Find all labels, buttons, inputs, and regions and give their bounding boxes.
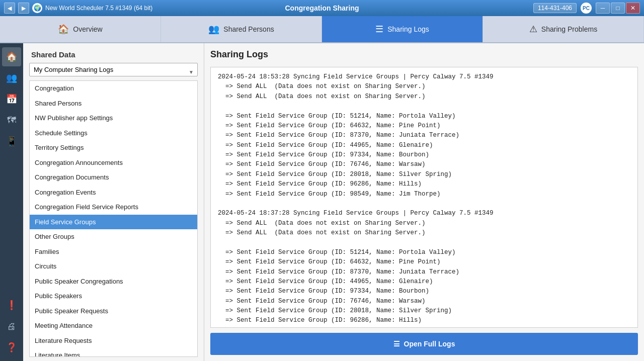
shared-data-list: CongregationShared PersonsNW Publisher a… xyxy=(29,80,198,357)
list-item[interactable]: Public Speakers xyxy=(30,289,197,304)
list-item[interactable]: Families xyxy=(30,244,197,259)
title-bar: ◀ ▶ New World Scheduler 7.5 #1349 (64 bi… xyxy=(0,0,644,16)
sharing-logs-title: Sharing Logs xyxy=(210,49,638,60)
title-bar-left: ◀ ▶ New World Scheduler 7.5 #1349 (64 bi… xyxy=(4,3,161,14)
list-item[interactable]: Field Service Groups xyxy=(30,215,197,230)
open-full-logs-button[interactable]: ☰ Open Full Logs xyxy=(210,333,638,355)
shared-data-title: Shared Data xyxy=(23,43,204,63)
sharing-problems-icon: ⚠ xyxy=(529,24,537,35)
list-item[interactable]: Circuits xyxy=(30,259,197,274)
list-item[interactable]: Meeting Attendance xyxy=(30,318,197,333)
window-controls: ─ □ ✕ xyxy=(596,3,640,14)
app-icon xyxy=(32,3,42,13)
left-panel: Shared Data My Computer Sharing Logs Oth… xyxy=(23,43,204,361)
list-item[interactable]: Schedule Settings xyxy=(30,126,197,141)
tab-sharing-logs-label: Sharing Logs xyxy=(387,25,429,33)
open-full-logs-icon: ☰ xyxy=(393,340,400,348)
tab-shared-persons-label: Shared Persons xyxy=(223,25,274,33)
sidebar-item-alert[interactable]: ❗ xyxy=(2,296,21,315)
sharing-logs-icon: ☰ xyxy=(375,24,383,35)
sharing-logs-dropdown[interactable]: My Computer Sharing Logs Other Computer … xyxy=(29,63,198,76)
back-button[interactable]: ◀ xyxy=(4,3,15,14)
title-bar-right: 114-431-406 PC ─ □ ✕ xyxy=(483,3,640,14)
list-item[interactable]: Shared Persons xyxy=(30,96,197,111)
list-item[interactable]: Public Speaker Congregations xyxy=(30,274,197,289)
overview-icon: 🏠 xyxy=(58,24,69,35)
forward-button[interactable]: ▶ xyxy=(18,3,29,14)
tab-sharing-logs[interactable]: ☰ Sharing Logs xyxy=(322,16,483,42)
sidebar-icons: 🏠 👥 📅 🗺 📱 ❗ 🖨 ❓ xyxy=(0,43,23,361)
app-name-label: New World Scheduler 7.5 #1349 (64 bit) xyxy=(45,5,152,12)
maximize-button[interactable]: □ xyxy=(611,3,625,14)
list-item[interactable]: Congregation Events xyxy=(30,185,197,200)
list-item[interactable]: Literature Items xyxy=(30,348,197,357)
instance-badge: 114-431-406 xyxy=(533,3,577,13)
list-item[interactable]: Congregation xyxy=(30,81,197,96)
list-item[interactable]: NW Publisher app Settings xyxy=(30,111,197,126)
tab-sharing-problems-label: Sharing Problems xyxy=(541,25,597,33)
sidebar-item-map[interactable]: 🗺 xyxy=(2,111,21,130)
list-item[interactable]: Other Groups xyxy=(30,229,197,244)
sidebar-item-persons[interactable]: 👥 xyxy=(2,68,21,87)
list-item[interactable]: Congregation Announcements xyxy=(30,155,197,170)
sidebar-item-calendar[interactable]: 📅 xyxy=(2,89,21,109)
minimize-button[interactable]: ─ xyxy=(596,3,610,14)
open-full-logs-label: Open Full Logs xyxy=(404,340,455,348)
sidebar-item-phone[interactable]: 📱 xyxy=(2,132,21,151)
tab-sharing-problems[interactable]: ⚠ Sharing Problems xyxy=(483,16,644,42)
tab-bar: 🏠 Overview 👥 Shared Persons ☰ Sharing Lo… xyxy=(0,16,644,43)
list-item[interactable]: Congregation Documents xyxy=(30,170,197,185)
list-item[interactable]: Congregation Field Service Reports xyxy=(30,200,197,215)
log-content[interactable]: 2024-05-24 18:53:28 Syncing Field Servic… xyxy=(210,67,638,328)
close-button[interactable]: ✕ xyxy=(626,3,640,14)
tab-overview[interactable]: 🏠 Overview xyxy=(0,16,161,42)
list-item[interactable]: Territory Settings xyxy=(30,140,197,155)
main-content: 🏠 👥 📅 🗺 📱 ❗ 🖨 ❓ Shared Data My Computer … xyxy=(0,43,644,361)
tab-shared-persons[interactable]: 👥 Shared Persons xyxy=(161,16,322,42)
tab-overview-label: Overview xyxy=(73,25,102,33)
sidebar-item-help[interactable]: ❓ xyxy=(2,338,21,357)
dropdown-container: My Computer Sharing Logs Other Computer … xyxy=(23,63,204,80)
pc-badge: PC xyxy=(581,3,592,14)
window-title: Congregation Sharing xyxy=(165,4,479,12)
sidebar-item-print[interactable]: 🖨 xyxy=(2,317,21,336)
shared-persons-icon: 👥 xyxy=(208,24,219,35)
list-item[interactable]: Public Speaker Requests xyxy=(30,304,197,319)
list-item[interactable]: Literature Requests xyxy=(30,333,197,348)
sidebar-item-home[interactable]: 🏠 xyxy=(2,47,21,66)
right-panel: Sharing Logs 2024-05-24 18:53:28 Syncing… xyxy=(204,43,644,361)
